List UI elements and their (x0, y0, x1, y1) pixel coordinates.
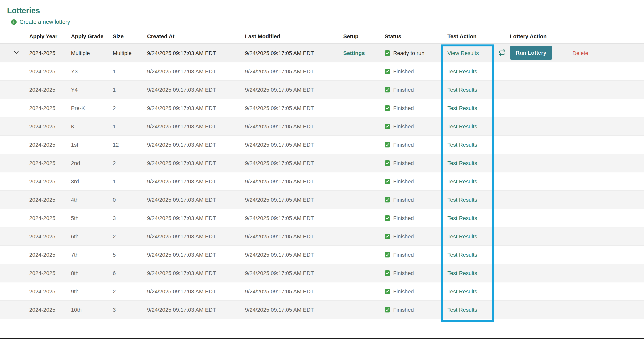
cell-apply-grade: 1st (71, 136, 113, 154)
lotteries-table-body: 2024-2025 Multiple Multiple 9/24/2025 09… (0, 44, 644, 319)
cell-status: Finished (384, 264, 448, 282)
cell-expand-spacer (0, 99, 29, 117)
cell-size: 3 (113, 300, 147, 319)
cell-lottery-action: Run Lottery Delete (510, 44, 644, 62)
test-results-link[interactable]: Test Results (448, 142, 477, 148)
cell-last-modified: 9/24/2025 09:17:05 AM EDT (245, 264, 343, 282)
test-results-link[interactable]: Test Results (448, 123, 477, 130)
check-icon (384, 124, 390, 129)
view-results-link[interactable]: View Results (448, 50, 479, 56)
header-test-action: Test Action (448, 30, 510, 44)
delete-link[interactable]: Delete (572, 50, 588, 56)
check-icon (384, 50, 390, 56)
cell-apply-year: 2024-2025 (29, 99, 71, 117)
cell-created-at: 9/24/2025 09:17:03 AM EDT (147, 264, 245, 282)
run-lottery-button[interactable]: Run Lottery (510, 46, 552, 60)
check-icon (384, 270, 390, 276)
cell-size: 2 (113, 154, 147, 172)
cell-size: Multiple (113, 44, 147, 62)
page-title: Lotteries (7, 6, 644, 16)
cell-status: Finished (384, 227, 448, 246)
create-lottery-link[interactable]: Create a new lottery (11, 19, 70, 25)
header-apply-year: Apply Year (29, 30, 71, 44)
cell-test-action: Test Results (448, 264, 510, 282)
cell-test-action: Test Results (448, 190, 510, 209)
cell-created-at: 9/24/2025 09:17:03 AM EDT (147, 209, 245, 227)
cell-setup (343, 80, 384, 99)
lotteries-page: Lotteries Create a new lottery Apply Yea… (0, 0, 644, 339)
cell-created-at: 9/24/2025 09:17:03 AM EDT (147, 117, 245, 136)
cell-last-modified: 9/24/2025 09:17:05 AM EDT (245, 282, 343, 300)
cell-size: 1 (113, 80, 147, 99)
header-size: Size (113, 30, 147, 44)
cell-size: 1 (113, 172, 147, 190)
test-results-link[interactable]: Test Results (448, 160, 477, 166)
lottery-grade-row: 2024-2025 Pre-K 2 9/24/2025 09:17:03 AM … (0, 99, 644, 117)
chevron-down-icon (13, 49, 20, 56)
cell-status: Finished (384, 209, 448, 227)
bottom-edge-bar (0, 338, 644, 339)
cell-test-action: Test Results (448, 209, 510, 227)
cell-apply-grade: Multiple (71, 44, 113, 62)
lottery-grade-row: 2024-2025 1st 12 9/24/2025 09:17:03 AM E… (0, 136, 644, 154)
cell-expand-spacer (0, 190, 29, 209)
lottery-grade-row: 2024-2025 3rd 1 9/24/2025 09:17:03 AM ED… (0, 172, 644, 190)
cell-lottery-action (510, 80, 644, 99)
test-results-link[interactable]: Test Results (448, 196, 477, 203)
expand-collapse-button[interactable] (13, 49, 20, 56)
test-results-link[interactable]: Test Results (448, 288, 477, 294)
test-results-link[interactable]: Test Results (448, 307, 477, 313)
cell-size: 1 (113, 62, 147, 80)
test-results-link[interactable]: Test Results (448, 215, 477, 221)
cell-lottery-action (510, 172, 644, 190)
cell-size: 3 (113, 209, 147, 227)
cell-created-at: 9/24/2025 09:17:03 AM EDT (147, 80, 245, 99)
cell-apply-grade: 4th (71, 190, 113, 209)
status-text: Finished (393, 68, 414, 74)
cell-setup (343, 300, 384, 319)
status-text: Finished (393, 123, 414, 130)
cell-last-modified: 9/24/2025 09:17:05 AM EDT (245, 227, 343, 246)
cell-setup (343, 209, 384, 227)
cell-created-at: 9/24/2025 09:17:03 AM EDT (147, 62, 245, 80)
status-text: Finished (393, 160, 414, 166)
rerun-lottery-button[interactable] (498, 48, 506, 57)
test-results-link[interactable]: Test Results (448, 68, 477, 74)
table-header: Apply Year Apply Grade Size Created At L… (0, 30, 644, 44)
cell-apply-year: 2024-2025 (29, 282, 71, 300)
cell-setup: Settings (343, 44, 384, 62)
cell-status: Finished (384, 117, 448, 136)
status-text: Finished (393, 307, 414, 313)
cell-lottery-action (510, 300, 644, 319)
cell-expand-spacer (0, 62, 29, 80)
status-text: Finished (393, 270, 414, 276)
status-text: Finished (393, 142, 414, 148)
cell-apply-year: 2024-2025 (29, 44, 71, 62)
cell-status: Finished (384, 300, 448, 319)
cell-status: Finished (384, 190, 448, 209)
lotteries-table: Apply Year Apply Grade Size Created At L… (0, 30, 644, 319)
cell-status: Finished (384, 99, 448, 117)
test-results-link[interactable]: Test Results (448, 178, 477, 184)
cell-last-modified: 9/24/2025 09:17:05 AM EDT (245, 246, 343, 264)
cell-apply-grade: 8th (71, 264, 113, 282)
check-icon (384, 142, 390, 148)
settings-link[interactable]: Settings (343, 50, 365, 56)
test-results-link[interactable]: Test Results (448, 252, 477, 258)
test-results-link[interactable]: Test Results (448, 233, 477, 240)
cell-size: 12 (113, 136, 147, 154)
cell-test-action: View Results (448, 44, 510, 62)
lottery-grade-row: 2024-2025 K 1 9/24/2025 09:17:03 AM EDT … (0, 117, 644, 136)
cell-test-action: Test Results (448, 62, 510, 80)
cell-apply-grade: 3rd (71, 172, 113, 190)
cell-lottery-action (510, 117, 644, 136)
cell-created-at: 9/24/2025 09:17:03 AM EDT (147, 136, 245, 154)
test-results-link[interactable]: Test Results (448, 270, 477, 276)
header-last-modified: Last Modified (245, 30, 343, 44)
lottery-grade-row: 2024-2025 2nd 2 9/24/2025 09:17:03 AM ED… (0, 154, 644, 172)
cell-test-action: Test Results (448, 246, 510, 264)
cell-apply-year: 2024-2025 (29, 80, 71, 99)
cell-test-action: Test Results (448, 172, 510, 190)
test-results-link[interactable]: Test Results (448, 86, 477, 93)
test-results-link[interactable]: Test Results (448, 105, 477, 111)
